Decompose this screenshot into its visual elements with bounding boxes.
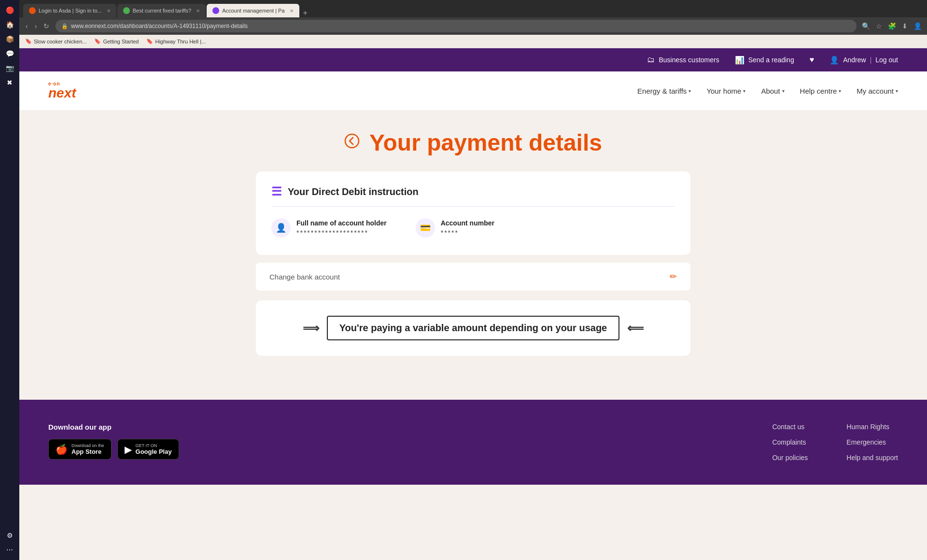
new-tab-button[interactable]: +: [300, 9, 310, 17]
bookmark-highway[interactable]: 🔖 Highway Thru Hell |...: [146, 38, 206, 44]
google-play-badge[interactable]: ▶ GET IT ON Google Play: [117, 439, 179, 460]
heart-icon: ♥: [810, 56, 815, 64]
account-details: 👤 Full name of account holder **********…: [271, 214, 675, 241]
back-nav-button[interactable]: [344, 133, 360, 152]
bookmark-getting-started[interactable]: 🔖 Getting Started: [94, 38, 139, 44]
os-icon-x[interactable]: ✖: [3, 76, 16, 89]
nav-energy-tariffs[interactable]: Energy & tariffs ▾: [637, 87, 691, 95]
bookmark-icon[interactable]: ☆: [874, 21, 884, 31]
chevron-down-icon: ▾: [688, 88, 691, 94]
os-icon-more[interactable]: ⋯: [3, 544, 16, 556]
os-icon-chat[interactable]: 💬: [3, 47, 16, 60]
browser-toolbar: 🔍 ☆ 🧩 ⬇ 👤: [860, 21, 923, 31]
os-icon-instagram[interactable]: 📷: [3, 62, 16, 74]
svg-point-0: [345, 134, 359, 148]
bookmarks-bar: 🔖 Slow cooker chicken... 🔖 Getting Start…: [19, 35, 927, 48]
account-holder-detail: 👤 Full name of account holder **********…: [271, 218, 387, 238]
eon-next-logo: e·on next: [48, 82, 76, 100]
nav-about[interactable]: About ▾: [761, 87, 784, 95]
profile-icon[interactable]: 👤: [912, 21, 923, 31]
variable-text-box: You're paying a variable amount dependin…: [327, 316, 619, 340]
os-icon-opera[interactable]: 🔴: [3, 4, 16, 16]
change-bank-label: Change bank account: [269, 273, 340, 281]
nav-help-centre[interactable]: Help centre ▾: [800, 87, 842, 95]
nav-andrew-label: Andrew: [843, 56, 866, 64]
app-badges: 🍎 Download on the App Store ▶ GET IT ON …: [48, 439, 179, 460]
logo-next-text: next: [48, 86, 76, 100]
os-icon-home[interactable]: 🏠: [3, 18, 16, 31]
nav-my-account[interactable]: My account ▾: [857, 87, 898, 95]
business-icon: 🗂: [647, 56, 655, 64]
main-header: e·on next Energy & tariffs ▾ Your home ▾…: [19, 71, 927, 110]
footer-app-title: Download our app: [48, 423, 179, 431]
nav-user-area: 👤 Andrew | Log out: [829, 56, 898, 65]
footer-complaints[interactable]: Complaints: [772, 438, 808, 446]
footer-help-support[interactable]: Help and support: [846, 454, 898, 462]
account-number-value: *****: [441, 229, 494, 237]
tab-icon-tariffs: [123, 7, 130, 14]
nav-help-centre-label: Help centre: [800, 87, 837, 95]
os-icon-store[interactable]: 📦: [3, 33, 16, 45]
tab-account[interactable]: Account management | Pa ✕: [207, 4, 299, 17]
os-icon-settings[interactable]: ⚙: [3, 529, 16, 542]
footer-col-1: Contact us Complaints Our policies: [772, 423, 808, 462]
tab-icon-asda: [29, 7, 36, 14]
variable-payment-text: You're paying a variable amount dependin…: [339, 322, 607, 333]
account-holder-info: Full name of account holder ************…: [296, 219, 387, 237]
arrow-right-icon: ⟹: [303, 322, 319, 335]
nav-business-customers[interactable]: 🗂 Business customers: [647, 56, 719, 64]
google-play-small: GET IT ON: [136, 443, 172, 448]
footer-col-2: Human Rights Emergencies Help and suppor…: [846, 423, 898, 462]
tab-close-tariffs[interactable]: ✕: [196, 8, 200, 14]
direct-debit-icon: ☰: [271, 185, 282, 198]
logo-area[interactable]: e·on next: [48, 82, 76, 100]
nav-your-home[interactable]: Your home ▾: [706, 87, 745, 95]
card-icon: 💳: [416, 218, 435, 238]
nav-logout[interactable]: Log out: [875, 56, 898, 64]
nav-business-label: Business customers: [659, 56, 719, 64]
lock-icon: 🔒: [61, 23, 68, 29]
tab-tariffs[interactable]: Best current fixed tariffs? ✕: [117, 4, 206, 17]
chevron-down-icon: ▾: [839, 88, 841, 94]
reading-icon: 📊: [735, 56, 744, 65]
browser-tabs: Login to Asda | Sign in to... ✕ Best cur…: [23, 0, 310, 17]
nav-your-home-label: Your home: [706, 87, 741, 95]
footer-content: Download our app 🍎 Download on the App S…: [48, 423, 898, 462]
tab-asda[interactable]: Login to Asda | Sign in to... ✕: [23, 4, 116, 17]
refresh-button[interactable]: ↻: [41, 21, 52, 31]
nav-divider: |: [870, 56, 872, 64]
footer-emergencies[interactable]: Emergencies: [846, 438, 898, 446]
chevron-down-icon: ▾: [896, 88, 898, 94]
app-store-big: App Store: [71, 448, 104, 455]
nav-heart[interactable]: ♥: [810, 56, 815, 64]
edit-icon[interactable]: ✏: [670, 271, 677, 282]
footer-contact-us[interactable]: Contact us: [772, 423, 808, 431]
tab-close-account[interactable]: ✕: [290, 8, 294, 14]
browser-chrome: Login to Asda | Sign in to... ✕ Best cur…: [19, 0, 927, 17]
app-store-badge[interactable]: 🍎 Download on the App Store: [48, 439, 112, 460]
tab-close-asda[interactable]: ✕: [107, 8, 111, 14]
google-play-icon: ▶: [125, 444, 132, 455]
download-icon[interactable]: ⬇: [900, 21, 909, 31]
person-icon: 👤: [271, 218, 291, 238]
direct-debit-title-text: Your Direct Debit instruction: [288, 186, 419, 197]
footer-our-policies[interactable]: Our policies: [772, 454, 808, 462]
apple-icon: 🍎: [56, 444, 68, 455]
nav-reading-label: Send a reading: [748, 56, 794, 64]
address-bar[interactable]: 🔒 www.eonnext.com/dashboard/accounts/A-1…: [56, 20, 857, 32]
extensions-icon[interactable]: 🧩: [886, 21, 898, 31]
back-button[interactable]: ‹: [23, 21, 30, 31]
nav-send-reading[interactable]: 📊 Send a reading: [735, 56, 794, 65]
search-icon[interactable]: 🔍: [860, 21, 871, 31]
nav-logout-label: Log out: [875, 56, 898, 64]
bookmark-slow-cooker[interactable]: 🔖 Slow cooker chicken...: [25, 38, 86, 44]
direct-debit-title: ☰ Your Direct Debit instruction: [271, 185, 675, 198]
forward-button[interactable]: ›: [32, 21, 40, 31]
tab-label-tariffs: Best current fixed tariffs?: [133, 8, 191, 14]
change-bank-card: Change bank account ✏: [256, 263, 690, 291]
nav-buttons: ‹ › ↻: [23, 21, 52, 31]
direct-debit-card: ☰ Your Direct Debit instruction 👤 Full n…: [256, 171, 690, 255]
footer-human-rights[interactable]: Human Rights: [846, 423, 898, 431]
account-holder-label: Full name of account holder: [296, 219, 387, 227]
address-bar-row: ‹ › ↻ 🔒 www.eonnext.com/dashboard/accoun…: [19, 17, 927, 35]
